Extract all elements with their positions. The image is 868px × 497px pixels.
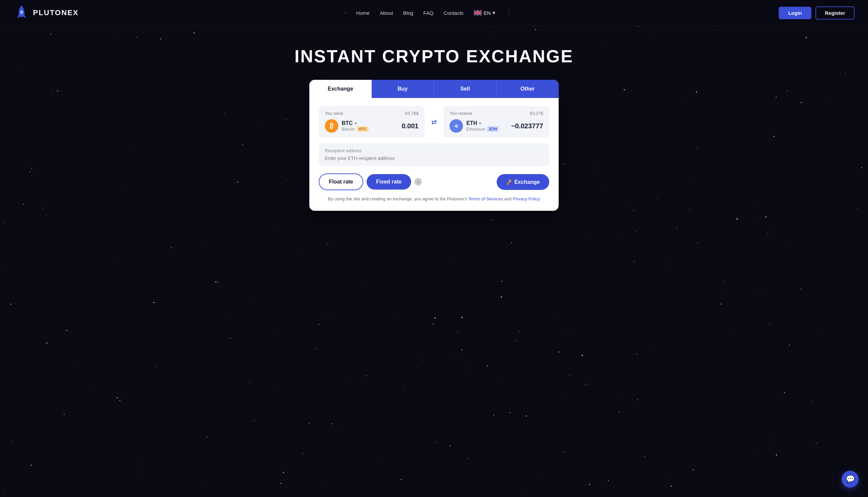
terms-prefix: By using the site and creating an exchan… bbox=[328, 196, 468, 201]
send-dropdown-arrow[interactable]: ▾ bbox=[355, 121, 357, 126]
receive-panel: You receive 63.37$ ⟡ ETH ▾ bbox=[443, 106, 549, 137]
fixed-rate-button[interactable]: Fixed rate bbox=[367, 174, 411, 189]
address-input[interactable] bbox=[325, 156, 543, 161]
lang-arrow: ▾ bbox=[493, 10, 495, 16]
logo-icon bbox=[13, 5, 30, 21]
send-coin-ticker: BTC bbox=[342, 120, 353, 126]
tab-buy[interactable]: Buy bbox=[372, 80, 434, 98]
receive-content: ⟡ ETH ▾ Ethereum ETH bbox=[450, 119, 543, 133]
send-panel-header: You send 63.78$ bbox=[325, 111, 418, 116]
nav-contacts[interactable]: Contacts bbox=[443, 10, 463, 16]
rate-row: Float rate Fixed rate i 🚀 Exchange bbox=[319, 173, 549, 190]
send-coin-details: BTC ▾ Bitcoin BTC bbox=[342, 120, 369, 132]
send-panel: You send 63.78$ ₿ BTC ▾ bbox=[319, 106, 425, 137]
tab-exchange[interactable]: Exchange bbox=[309, 80, 372, 98]
exchange-card: Exchange Buy Sell Other You send 63.78$ … bbox=[309, 80, 559, 211]
nav-actions: Login Register bbox=[779, 6, 855, 19]
tab-bar: Exchange Buy Sell Other bbox=[309, 80, 559, 98]
nav-blog[interactable]: Blog bbox=[403, 10, 413, 16]
logo-text: PLUTONEX bbox=[33, 9, 79, 17]
receive-coin-name-row: ETH ▾ bbox=[466, 120, 499, 126]
receive-usd: 63.37$ bbox=[530, 111, 543, 116]
receive-coin-ticker: ETH bbox=[466, 120, 477, 126]
send-label: You send bbox=[325, 111, 343, 116]
address-label: Recepient address bbox=[325, 148, 543, 153]
exchange-button[interactable]: 🚀 Exchange bbox=[497, 174, 549, 190]
send-coin-row2: Bitcoin BTC bbox=[342, 126, 369, 132]
send-coin-badge: BTC bbox=[357, 126, 369, 132]
address-panel: Recepient address bbox=[319, 143, 549, 166]
receive-coin-details: ETH ▾ Ethereum ETH bbox=[466, 120, 499, 132]
logo[interactable]: PLUTONEX bbox=[13, 5, 79, 21]
receive-coin-info[interactable]: ⟡ ETH ▾ Ethereum ETH bbox=[450, 119, 499, 133]
receive-coin-badge: ETH bbox=[487, 126, 499, 132]
login-button[interactable]: Login bbox=[779, 7, 811, 19]
receive-dropdown-arrow[interactable]: ▾ bbox=[479, 121, 481, 126]
navbar: PLUTONEX Home About Blog FAQ Contacts EN… bbox=[0, 0, 868, 26]
send-coin-info[interactable]: ₿ BTC ▾ Bitcoin BTC bbox=[325, 119, 369, 133]
lang-label: EN bbox=[484, 10, 491, 16]
receive-coin-row2: Ethereum ETH bbox=[466, 126, 499, 132]
info-icon[interactable]: i bbox=[414, 178, 422, 186]
swap-button[interactable]: ⇄ bbox=[429, 118, 439, 126]
nav-links: Home About Blog FAQ Contacts EN ▾ bbox=[345, 8, 512, 18]
receive-panel-header: You receive 63.37$ bbox=[450, 111, 543, 116]
nav-about[interactable]: About bbox=[380, 10, 393, 16]
tab-sell[interactable]: Sell bbox=[434, 80, 496, 98]
receive-amount: ~0.023777 bbox=[511, 122, 543, 130]
chat-button[interactable]: 💬 bbox=[842, 471, 858, 487]
card-body: You send 63.78$ ₿ BTC ▾ bbox=[309, 98, 559, 211]
privacy-link[interactable]: Privacy Policy bbox=[513, 196, 540, 201]
send-coin-full: Bitcoin bbox=[342, 127, 355, 132]
main-content: INSTANT CRYPTO EXCHANGE Exchange Buy Sel… bbox=[0, 26, 868, 224]
flag-icon bbox=[474, 10, 482, 15]
hero-title: INSTANT CRYPTO EXCHANGE bbox=[294, 46, 574, 66]
btc-icon: ₿ bbox=[325, 119, 338, 133]
float-rate-button[interactable]: Float rate bbox=[319, 173, 363, 190]
tab-other[interactable]: Other bbox=[496, 80, 559, 98]
send-amount-input[interactable] bbox=[378, 122, 418, 130]
terms-text: By using the site and creating an exchan… bbox=[319, 196, 549, 201]
register-button[interactable]: Register bbox=[815, 6, 855, 19]
terms-link[interactable]: Terms of Services bbox=[468, 196, 503, 201]
swap-icon: ⇄ bbox=[431, 118, 437, 126]
nav-dot bbox=[345, 12, 346, 13]
receive-label: You receive bbox=[450, 111, 472, 116]
send-coin-name-row: BTC ▾ bbox=[342, 120, 369, 126]
terms-and: and bbox=[505, 196, 513, 201]
nav-divider bbox=[509, 8, 509, 18]
nav-faq[interactable]: FAQ bbox=[423, 10, 433, 16]
nav-home[interactable]: Home bbox=[356, 10, 370, 16]
chat-icon: 💬 bbox=[846, 475, 855, 484]
svg-point-1 bbox=[20, 11, 23, 13]
send-content: ₿ BTC ▾ Bitcoin BTC bbox=[325, 119, 418, 133]
send-usd: 63.78$ bbox=[405, 111, 418, 116]
receive-coin-full: Ethereum bbox=[466, 127, 485, 132]
language-selector[interactable]: EN ▾ bbox=[474, 10, 496, 16]
exchange-row: You send 63.78$ ₿ BTC ▾ bbox=[319, 106, 549, 137]
eth-icon: ⟡ bbox=[450, 119, 463, 133]
